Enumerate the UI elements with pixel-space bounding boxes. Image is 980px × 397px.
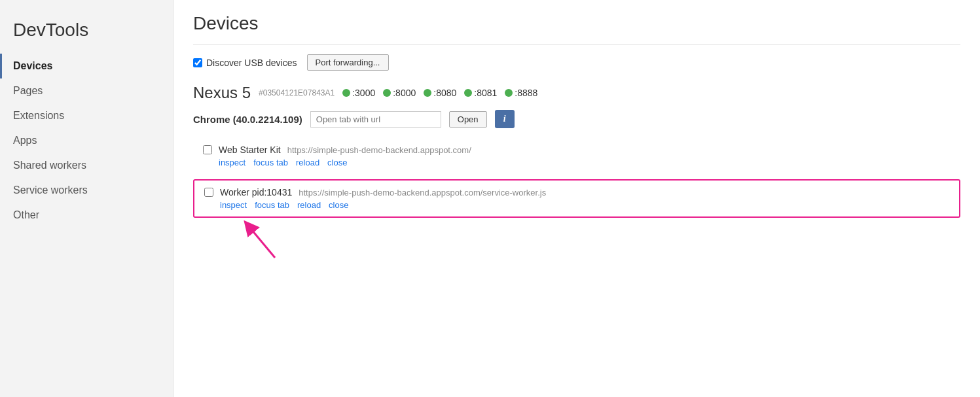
sidebar-item-extensions[interactable]: Extensions: [0, 103, 173, 128]
sidebar-item-other[interactable]: Other: [0, 203, 173, 228]
chrome-row: Chrome (40.0.2214.109) Open i: [193, 110, 960, 128]
worker-reload-link[interactable]: reload: [297, 200, 321, 210]
sidebar-item-apps[interactable]: Apps: [0, 128, 173, 153]
worker-url: https://simple-push-demo-backend.appspot…: [299, 188, 546, 198]
port-8080: :8080: [424, 88, 456, 98]
worker-close-link[interactable]: close: [329, 200, 348, 210]
sidebar-item-shared-workers[interactable]: Shared workers: [0, 153, 173, 178]
tab-close-web-starter-kit[interactable]: close: [327, 158, 347, 167]
worker-inspect-link[interactable]: inspect: [220, 200, 247, 210]
sidebar: DevTools Devices Pages Extensions Apps S…: [0, 0, 173, 397]
green-dot-8080: [424, 89, 431, 97]
tab-title-web-starter-kit: Web Starter Kit: [219, 145, 281, 155]
tab-focus-web-starter-kit[interactable]: focus tab: [253, 158, 288, 167]
sidebar-title: DevTools: [0, 13, 173, 54]
device-id: #03504121E07843A1: [259, 88, 335, 97]
green-dot-3000: [342, 89, 350, 97]
sidebar-item-pages[interactable]: Pages: [0, 78, 173, 103]
device-header: Nexus 5 #03504121E07843A1 :3000 :8000 :8…: [193, 84, 960, 102]
port-3000: :3000: [342, 88, 375, 98]
sidebar-item-service-workers[interactable]: Service workers: [0, 178, 173, 203]
port-8000: :8000: [383, 88, 416, 98]
tab-checkbox-web-starter-kit[interactable]: [203, 145, 212, 154]
worker-entry-row2: inspect focus tab reload close: [204, 200, 949, 210]
open-tab-url-input[interactable]: [310, 111, 441, 128]
discover-row: Discover USB devices Port forwarding...: [193, 54, 960, 71]
tab-entry-row1: Web Starter Kit https://simple-push-demo…: [203, 145, 951, 155]
worker-entry: Worker pid:10431 https://simple-push-dem…: [193, 179, 960, 218]
tab-reload-web-starter-kit[interactable]: reload: [296, 158, 319, 167]
sidebar-item-devices[interactable]: Devices: [0, 54, 173, 78]
tab-inspect-web-starter-kit[interactable]: inspect: [219, 158, 245, 167]
port-8888: :8888: [505, 88, 537, 98]
svg-line-0: [249, 226, 275, 258]
tab-entry-web-starter-kit: Web Starter Kit https://simple-push-demo…: [193, 138, 960, 174]
page-title: Devices: [193, 13, 960, 34]
divider: [193, 44, 960, 44]
green-dot-8081: [464, 89, 472, 97]
device-name: Nexus 5: [193, 84, 251, 102]
arrow-icon: [239, 220, 291, 259]
tab-entry-row2: inspect focus tab reload close: [203, 158, 951, 167]
port-forwarding-button[interactable]: Port forwarding...: [307, 54, 389, 71]
discover-usb-label[interactable]: Discover USB devices: [193, 58, 297, 68]
port-8081: :8081: [464, 88, 497, 98]
green-dot-8000: [383, 89, 391, 97]
main-content: Devices Discover USB devices Port forwar…: [173, 0, 980, 397]
info-button[interactable]: i: [495, 110, 515, 128]
green-dot-8888: [505, 89, 513, 97]
tab-url-web-starter-kit: https://simple-push-demo-backend.appspot…: [287, 145, 471, 155]
worker-entry-row1: Worker pid:10431 https://simple-push-dem…: [204, 187, 949, 198]
worker-title: Worker pid:10431: [220, 187, 292, 198]
arrow-annotation: [193, 220, 960, 259]
worker-focus-link[interactable]: focus tab: [255, 200, 289, 210]
open-button[interactable]: Open: [449, 111, 487, 128]
worker-checkbox[interactable]: [204, 188, 213, 197]
discover-usb-checkbox[interactable]: [193, 58, 202, 67]
chrome-label: Chrome (40.0.2214.109): [193, 114, 302, 125]
